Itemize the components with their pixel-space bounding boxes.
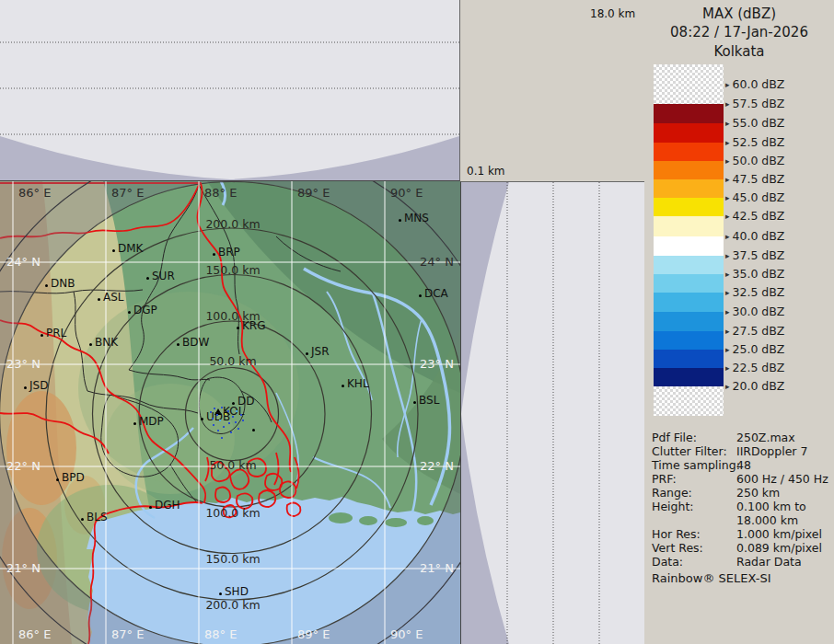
city-label: DGP <box>133 304 157 316</box>
scale-band <box>654 350 724 368</box>
scale-band-below-min <box>654 386 724 416</box>
reflectivity-echo <box>230 431 232 433</box>
city-dot <box>201 418 203 420</box>
scale-threshold-label: ▸55.0 dBZ <box>725 116 784 130</box>
graticule-label: 22° N <box>420 459 454 473</box>
threshold-arrow-icon: ▸ <box>725 307 730 316</box>
metadata-label: Clutter Filter: <box>652 444 727 458</box>
scale-band <box>654 274 724 293</box>
threshold-arrow-icon: ▸ <box>725 193 730 202</box>
threshold-arrow-icon: ▸ <box>725 80 730 89</box>
city-dot <box>98 298 100 301</box>
graticule-label: 24° N <box>6 255 41 269</box>
scale-band <box>654 161 724 179</box>
reflectivity-echo <box>216 414 218 416</box>
city-label: BRP <box>218 246 240 259</box>
reflectivity-echo <box>212 418 214 420</box>
min-height-axis-label: 0.1 km <box>467 165 505 178</box>
city-dot <box>41 334 43 337</box>
range-ring-label: 50.0 km <box>209 458 256 472</box>
scale-threshold-label: ▸35.0 dBZ <box>725 267 784 281</box>
city-label: PRL <box>46 327 66 339</box>
reflectivity-echo <box>210 411 212 413</box>
scale-band <box>654 104 724 123</box>
threshold-arrow-icon: ▸ <box>725 270 730 279</box>
graticule-label: 89° E <box>297 186 330 200</box>
graticule-label: 21° N <box>420 561 454 575</box>
max-height-axis-label: 18.0 km <box>590 7 635 20</box>
range-ring-label: 150.0 km <box>205 552 260 566</box>
reflectivity-echo <box>232 416 234 418</box>
metadata-value: 600 Hz / 450 Hz <box>736 472 828 486</box>
graticule-label: 23° N <box>6 357 41 371</box>
threshold-arrow-icon: ▸ <box>725 327 730 336</box>
city-dot <box>146 277 149 280</box>
range-ring-label: 100.0 km <box>205 309 260 323</box>
metadata-value: 18.000 km <box>736 513 798 527</box>
metadata-value: 1.000 km/pixel <box>736 527 822 541</box>
scale-threshold-label: ▸47.5 dBZ <box>725 172 784 186</box>
scale-band <box>654 198 724 216</box>
scale-threshold-label: ▸50.0 dBZ <box>725 154 784 167</box>
reflectivity-echo <box>221 437 223 439</box>
city-dot <box>419 294 422 297</box>
scale-band <box>654 123 724 143</box>
scale-threshold-label: ▸42.5 dBZ <box>725 209 784 223</box>
city-label: JSD <box>29 379 48 392</box>
city-dot <box>89 343 92 346</box>
side-projection-graphic <box>461 182 644 644</box>
scale-threshold-label: ▸20.0 dBZ <box>725 379 784 393</box>
threshold-arrow-icon: ▸ <box>725 345 730 354</box>
city-label: BSL <box>419 394 439 407</box>
scale-band-above-max <box>654 64 724 104</box>
city-label: SHD <box>225 585 249 598</box>
metadata-row: PRF:600 Hz / 450 Hz <box>644 472 834 486</box>
city-label: BNK <box>95 336 118 349</box>
threshold-arrow-icon: ▸ <box>725 156 730 166</box>
reflectivity-echo <box>240 414 242 416</box>
metadata-value: Radar Data <box>736 555 802 569</box>
metadata-value: 48 <box>736 458 751 472</box>
graticule-label: 86° E <box>18 186 51 200</box>
city-dot <box>24 386 27 389</box>
graticule-label: 88° E <box>204 627 237 641</box>
city-dot <box>252 429 255 431</box>
top-projection-graphic <box>0 0 459 180</box>
reflectivity-echo <box>236 410 237 412</box>
city-label: BPD <box>62 471 85 484</box>
city-dot <box>128 311 131 314</box>
scale-threshold-label: ▸22.5 dBZ <box>725 361 784 374</box>
city-label: KHL <box>347 377 369 390</box>
graticule-label: 90° E <box>390 627 423 641</box>
scale-threshold-label: ▸30.0 dBZ <box>725 305 784 318</box>
city-label: MDP <box>139 415 164 428</box>
graticule-label: 88° E <box>204 186 237 200</box>
metadata-value: 0.089 km/pixel <box>736 541 822 555</box>
scale-band <box>654 312 724 331</box>
range-ring-label: 50.0 km <box>209 354 256 368</box>
scale-threshold-label: ▸25.0 dBZ <box>725 342 784 356</box>
city-dot <box>112 249 115 252</box>
metadata-row: Data:Radar Data <box>644 555 834 569</box>
graticule-label: 21° N <box>6 561 41 575</box>
product-title: MAX (dBZ) <box>644 6 834 22</box>
city-dot <box>219 592 222 595</box>
metadata-row: Height:0.100 km to <box>644 500 834 513</box>
city-dot <box>133 422 136 425</box>
metadata-row: Time sampling:48 <box>644 458 834 472</box>
threshold-arrow-icon: ▸ <box>725 175 730 184</box>
metadata-row: Clutter Filter:IIRDoppler 7 <box>644 444 834 458</box>
scale-band <box>654 179 724 198</box>
threshold-arrow-icon: ▸ <box>725 232 730 241</box>
scale-threshold-label: ▸60.0 dBZ <box>725 77 784 91</box>
city-label: MNS <box>404 212 429 224</box>
city-label: DNB <box>51 277 75 290</box>
threshold-arrow-icon: ▸ <box>725 119 730 128</box>
metadata-value: IIRDoppler 7 <box>736 444 807 458</box>
city-dot <box>213 253 215 256</box>
scale-threshold-label: ▸32.5 dBZ <box>725 285 784 299</box>
city-dot <box>56 478 59 481</box>
city-label: BLS <box>87 511 108 523</box>
software-brand: Rainbow® SELEX-SI <box>652 571 771 585</box>
city-dot <box>306 352 308 355</box>
